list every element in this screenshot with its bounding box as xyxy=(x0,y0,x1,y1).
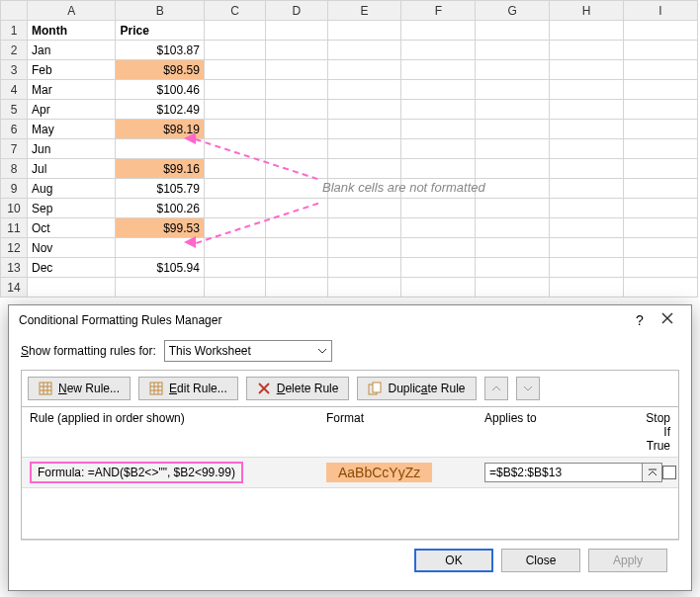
row-header[interactable]: 8 xyxy=(1,159,28,179)
cell[interactable]: $100.26 xyxy=(116,199,204,218)
close-dialog-button[interactable]: Close xyxy=(501,549,580,572)
cell[interactable] xyxy=(624,139,698,159)
stop-if-true-checkbox[interactable] xyxy=(662,466,676,479)
cell[interactable] xyxy=(266,238,327,258)
cell[interactable] xyxy=(266,199,327,218)
cell[interactable]: $99.16 xyxy=(116,159,204,179)
cell[interactable]: $100.46 xyxy=(116,80,204,100)
row-header[interactable]: 13 xyxy=(1,258,28,278)
cell[interactable] xyxy=(401,278,476,298)
cell[interactable] xyxy=(266,278,327,298)
cell[interactable] xyxy=(476,159,550,179)
col-header[interactable]: I xyxy=(624,1,698,21)
cell[interactable] xyxy=(266,159,327,179)
applies-to-input[interactable] xyxy=(484,463,643,482)
cell[interactable] xyxy=(624,238,698,258)
cell[interactable] xyxy=(624,258,698,278)
cell[interactable] xyxy=(550,218,624,238)
cell[interactable]: Oct xyxy=(28,218,116,238)
cell[interactable] xyxy=(476,21,550,41)
cell[interactable] xyxy=(204,120,265,139)
select-all[interactable] xyxy=(1,1,28,21)
cell[interactable] xyxy=(266,258,327,278)
cell[interactable] xyxy=(327,60,401,80)
cell[interactable] xyxy=(401,218,476,238)
cell[interactable] xyxy=(550,139,624,159)
cell[interactable] xyxy=(327,100,401,120)
cell[interactable] xyxy=(204,179,265,199)
cell[interactable] xyxy=(401,238,476,258)
range-picker-button[interactable] xyxy=(643,463,662,482)
row-header[interactable]: 11 xyxy=(1,218,28,238)
move-up-button[interactable] xyxy=(484,377,508,400)
col-header[interactable]: H xyxy=(550,1,624,21)
cell[interactable] xyxy=(204,218,265,238)
cell[interactable] xyxy=(327,238,401,258)
cell[interactable] xyxy=(266,100,327,120)
cell[interactable] xyxy=(204,100,265,120)
cell[interactable] xyxy=(624,60,698,80)
cell[interactable] xyxy=(327,258,401,278)
cell[interactable] xyxy=(624,120,698,139)
cell[interactable] xyxy=(476,60,550,80)
cell[interactable] xyxy=(476,41,550,60)
row-header[interactable]: 3 xyxy=(1,60,28,80)
cell[interactable] xyxy=(266,120,327,139)
cell[interactable] xyxy=(266,139,327,159)
cell[interactable] xyxy=(624,218,698,238)
col-header[interactable]: F xyxy=(401,1,476,21)
row-header[interactable]: 10 xyxy=(1,199,28,218)
cell[interactable] xyxy=(624,159,698,179)
cell[interactable] xyxy=(204,258,265,278)
cell[interactable] xyxy=(476,258,550,278)
cell[interactable] xyxy=(266,179,327,199)
cell[interactable] xyxy=(401,21,476,41)
cell[interactable] xyxy=(624,179,698,199)
cell[interactable] xyxy=(401,100,476,120)
cell[interactable] xyxy=(550,159,624,179)
cell[interactable] xyxy=(476,218,550,238)
cell[interactable]: Dec xyxy=(28,258,116,278)
row-header[interactable]: 7 xyxy=(1,139,28,159)
cell[interactable] xyxy=(624,278,698,298)
rule-row[interactable]: Formula: =AND($B2<>"", $B2<99.99) AaBbCc… xyxy=(22,458,678,488)
cell[interactable]: Price xyxy=(116,21,204,41)
cell[interactable] xyxy=(401,60,476,80)
cell[interactable] xyxy=(476,139,550,159)
move-down-button[interactable] xyxy=(516,377,540,400)
row-header[interactable]: 4 xyxy=(1,80,28,100)
cell[interactable] xyxy=(401,199,476,218)
row-header[interactable]: 1 xyxy=(1,21,28,41)
cell[interactable] xyxy=(550,80,624,100)
cell[interactable] xyxy=(327,278,401,298)
cell[interactable] xyxy=(550,278,624,298)
edit-rule-button[interactable]: Edit Rule... xyxy=(138,377,238,400)
cell[interactable]: $105.94 xyxy=(116,258,204,278)
cell[interactable]: Jul xyxy=(28,159,116,179)
cell[interactable] xyxy=(327,80,401,100)
cell[interactable] xyxy=(401,139,476,159)
cell[interactable] xyxy=(624,100,698,120)
col-header[interactable]: D xyxy=(266,1,327,21)
cell[interactable] xyxy=(266,80,327,100)
cell[interactable] xyxy=(401,41,476,60)
cell[interactable] xyxy=(401,120,476,139)
cell[interactable] xyxy=(204,60,265,80)
cell[interactable] xyxy=(327,199,401,218)
cell[interactable]: Jan xyxy=(28,41,116,60)
cell[interactable] xyxy=(476,120,550,139)
cell[interactable] xyxy=(401,159,476,179)
spreadsheet-grid[interactable]: ABCDEFGHI1MonthPrice2Jan$103.873Feb$98.5… xyxy=(0,0,698,298)
cell[interactable] xyxy=(401,80,476,100)
col-header[interactable]: B xyxy=(116,1,204,21)
cell[interactable]: Jun xyxy=(28,139,116,159)
duplicate-rule-button[interactable]: Duplicate Rule xyxy=(357,377,476,400)
cell[interactable] xyxy=(327,120,401,139)
row-header[interactable]: 6 xyxy=(1,120,28,139)
new-rule-button[interactable]: New Rule... xyxy=(28,377,131,400)
cell[interactable] xyxy=(28,278,116,298)
cell[interactable]: Aug xyxy=(28,179,116,199)
col-header[interactable]: G xyxy=(476,1,550,21)
cell[interactable]: Feb xyxy=(28,60,116,80)
cell[interactable] xyxy=(550,199,624,218)
